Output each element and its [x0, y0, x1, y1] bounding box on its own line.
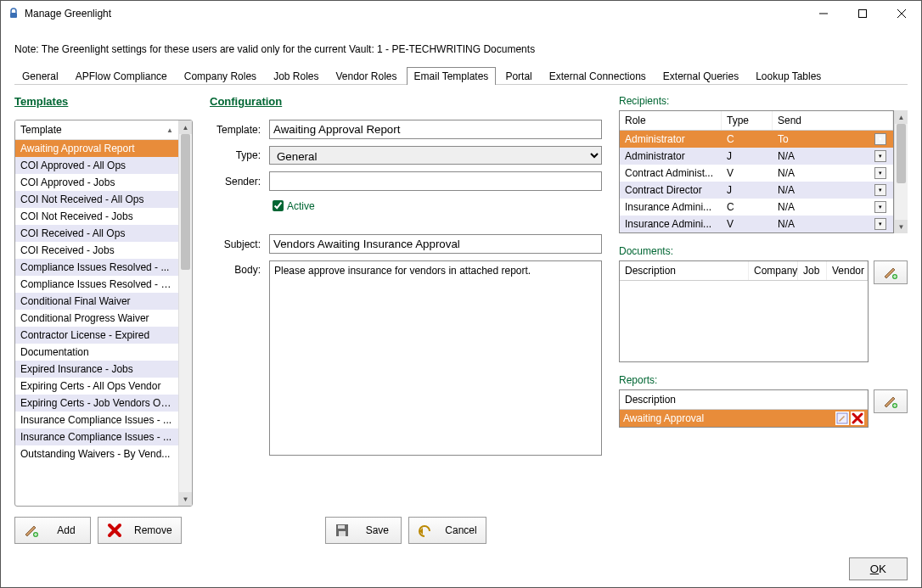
report-edit-icon[interactable]	[835, 412, 849, 425]
template-list-item[interactable]: Compliance Issues Resolved - ...	[15, 259, 178, 276]
template-list-item[interactable]: COI Received - Jobs	[15, 242, 178, 259]
active-label: Active	[287, 200, 315, 212]
undo-icon	[418, 523, 433, 538]
scroll-thumb[interactable]	[181, 134, 190, 270]
report-row[interactable]: Awaiting Approval	[620, 410, 868, 427]
tab-general[interactable]: General	[14, 67, 66, 85]
minimize-button[interactable]	[804, 1, 843, 26]
template-list-item[interactable]: Outstanding Waivers - By Vend...	[15, 445, 178, 462]
template-list-item[interactable]: COI Not Received - All Ops	[15, 191, 178, 208]
add-report-button[interactable]	[874, 389, 908, 413]
template-list-item[interactable]: COI Approved - Jobs	[15, 174, 178, 191]
save-button[interactable]: Save	[325, 517, 402, 544]
recipient-row[interactable]: Contract DirectorJN/A▾	[620, 182, 893, 199]
titlebar: Manage Greenlight	[1, 1, 921, 26]
template-list-item[interactable]: COI Not Received - Jobs	[15, 208, 178, 225]
template-list-item[interactable]: Expiring Certs - All Ops Vendor	[15, 378, 178, 395]
template-list-item[interactable]: Awaiting Approval Report	[15, 140, 178, 157]
report-delete-icon[interactable]	[851, 412, 864, 425]
tab-external-connections[interactable]: External Connections	[542, 67, 654, 85]
template-list-item[interactable]: Insurance Compliance Issues - ...	[15, 412, 178, 428]
template-list-item[interactable]: Contractor License - Expired	[15, 327, 178, 344]
tab-lookup-tables[interactable]: Lookup Tables	[748, 67, 829, 85]
template-list-item[interactable]: Documentation	[15, 344, 178, 361]
delete-x-icon	[107, 523, 122, 538]
templates-heading: Templates	[14, 95, 193, 108]
tab-job-roles[interactable]: Job Roles	[266, 67, 326, 85]
scroll-thumb[interactable]	[897, 124, 906, 183]
recipients-grid[interactable]: Role Type Send AdministratorCTo▾Administ…	[619, 110, 894, 233]
template-list-item[interactable]: Insurance Compliance Issues - ...	[15, 428, 178, 445]
tab-email-templates[interactable]: Email Templates	[407, 67, 497, 85]
config-heading: Configuration	[210, 95, 602, 108]
tab-external-queries[interactable]: External Queries	[655, 67, 746, 85]
close-button[interactable]	[882, 1, 921, 26]
send-dropdown[interactable]: ▾	[874, 150, 886, 162]
template-label: Template:	[210, 124, 261, 136]
cancel-button[interactable]: Cancel	[408, 517, 486, 544]
note-text: Note: The Greenlight settings for these …	[14, 43, 908, 55]
svg-rect-2	[859, 10, 867, 18]
reports-heading: Reports:	[619, 374, 908, 386]
documents-heading: Documents:	[619, 245, 908, 257]
tab-company-roles[interactable]: Company Roles	[177, 67, 264, 85]
body-label: Body:	[210, 260, 261, 276]
window-title: Manage Greenlight	[25, 8, 111, 20]
save-icon	[335, 523, 350, 538]
template-list-item[interactable]: Expiring Certs - Job Vendors Only	[15, 395, 178, 412]
send-dropdown[interactable]: ▾	[874, 184, 886, 196]
active-checkbox[interactable]	[273, 200, 284, 211]
scroll-down-button[interactable]: ▼	[895, 220, 908, 233]
tab-apflow-compliance[interactable]: APFlow Compliance	[68, 67, 175, 85]
recipient-row[interactable]: AdministratorCTo▾	[620, 131, 893, 148]
templates-listbox[interactable]: Template ▲ Awaiting Approval ReportCOI A…	[14, 120, 193, 507]
reports-grid[interactable]: Description Awaiting Approval	[619, 389, 869, 428]
pencil-plus-icon	[883, 265, 898, 280]
sender-field[interactable]	[269, 171, 602, 191]
recipient-row[interactable]: Contract Administ...VN/A▾	[620, 165, 893, 182]
type-label: Type:	[210, 149, 261, 161]
send-dropdown[interactable]: ▾	[874, 167, 886, 179]
add-button[interactable]: Add	[14, 517, 91, 544]
svg-rect-9	[338, 525, 345, 529]
subject-field[interactable]	[269, 234, 602, 254]
maximize-button[interactable]	[843, 1, 882, 26]
template-list-item[interactable]: COI Received - All Ops	[15, 225, 178, 242]
templates-column-header[interactable]: Template ▲	[15, 120, 178, 140]
scroll-up-button[interactable]: ▲	[179, 120, 192, 134]
tab-bar: GeneralAPFlow ComplianceCompany RolesJob…	[14, 67, 908, 85]
tab-vendor-roles[interactable]: Vendor Roles	[329, 67, 405, 85]
send-dropdown[interactable]: ▾	[874, 201, 886, 213]
template-list-item[interactable]: Conditional Final Waiver	[15, 293, 178, 310]
app-lock-icon	[8, 8, 20, 20]
recipient-row[interactable]: Insurance Admini...CN/A▾	[620, 199, 893, 216]
subject-label: Subject:	[210, 238, 261, 250]
ok-button[interactable]: OK	[849, 557, 908, 580]
send-dropdown[interactable]: ▾	[874, 133, 886, 145]
svg-rect-10	[339, 531, 346, 536]
recipients-scrollbar[interactable]: ▲ ▼	[894, 110, 908, 233]
sort-up-icon: ▲	[166, 126, 173, 134]
svg-rect-0	[10, 13, 17, 18]
send-dropdown[interactable]: ▾	[874, 218, 886, 230]
pencil-plus-icon	[883, 394, 898, 409]
type-select[interactable]: General	[269, 146, 602, 165]
add-document-button[interactable]	[874, 260, 908, 284]
template-field[interactable]	[269, 120, 602, 139]
recipient-row[interactable]: AdministratorJN/A▾	[620, 148, 893, 165]
scroll-up-button[interactable]: ▲	[895, 110, 908, 124]
template-list-item[interactable]: Expired Insurance - Jobs	[15, 361, 178, 378]
templates-scrollbar[interactable]: ▲ ▼	[178, 120, 192, 506]
documents-grid[interactable]: Description Company Job Vendor	[619, 260, 869, 362]
sender-label: Sender:	[210, 176, 261, 188]
template-list-item[interactable]: Conditional Progress Waiver	[15, 310, 178, 327]
template-list-item[interactable]: COI Approved - All Ops	[15, 157, 178, 174]
tab-portal[interactable]: Portal	[498, 67, 539, 85]
template-list-item[interactable]: Compliance Issues Resolved - J...	[15, 276, 178, 293]
pencil-plus-icon	[24, 523, 39, 538]
recipients-heading: Recipients:	[619, 95, 908, 107]
scroll-down-button[interactable]: ▼	[179, 492, 192, 506]
remove-button[interactable]: Remove	[98, 517, 182, 544]
recipient-row[interactable]: Insurance Admini...VN/A▾	[620, 216, 893, 232]
body-field[interactable]	[269, 260, 602, 456]
